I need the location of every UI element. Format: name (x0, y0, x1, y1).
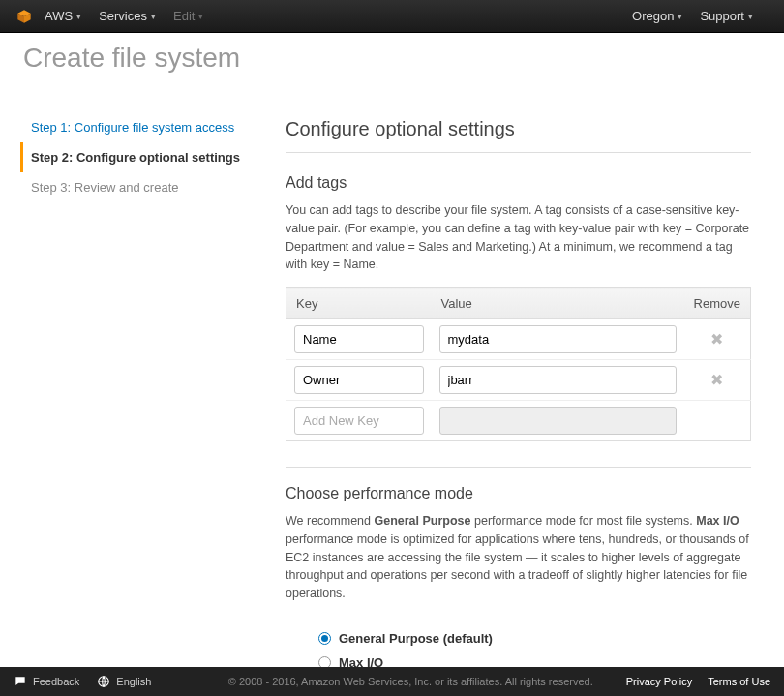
chevron-down-icon: ▾ (748, 12, 753, 21)
section-divider (286, 467, 751, 468)
nav-support[interactable]: Support▾ (700, 9, 753, 23)
tag-key-input[interactable] (294, 366, 424, 394)
perf-heading: Choose performance mode (286, 485, 751, 502)
remove-tag-icon[interactable]: ✖ (710, 371, 723, 389)
step-3: Step 3: Review and create (23, 172, 246, 202)
tags-col-value: Value (432, 288, 684, 319)
nav-region[interactable]: Oregon▾ (632, 9, 682, 23)
tags-description: You can add tags to describe your file s… (286, 201, 751, 274)
perf-option-general[interactable]: General Purpose (default) (318, 626, 751, 651)
perf-description: We recommend General Purpose performance… (286, 512, 751, 603)
radio-icon (318, 632, 331, 645)
tag-value-input[interactable] (439, 325, 677, 353)
top-nav: AWS▾ Services▾ Edit▾ Oregon▾ Support▾ (0, 0, 784, 33)
remove-tag-icon[interactable]: ✖ (710, 330, 723, 348)
chevron-down-icon: ▾ (76, 12, 81, 21)
speech-bubble-icon (14, 675, 27, 688)
copyright-text: © 2008 - 2016, Amazon Web Services, Inc.… (228, 676, 593, 687)
tags-heading: Add tags (286, 174, 751, 192)
table-row: ✖ (286, 360, 751, 401)
chevron-down-icon: ▾ (198, 12, 203, 21)
terms-link[interactable]: Terms of Use (708, 676, 770, 687)
tag-new-key-input[interactable] (294, 407, 424, 435)
main-heading: Configure optional settings (286, 112, 751, 153)
step-1[interactable]: Step 1: Configure file system access (23, 112, 246, 142)
tags-table: Key Value Remove ✖ ✖ (286, 287, 751, 441)
tag-value-input[interactable] (439, 366, 677, 394)
tag-key-input[interactable] (294, 325, 424, 353)
step-2[interactable]: Step 2: Configure optional settings (20, 142, 246, 172)
tags-col-remove: Remove (684, 288, 751, 319)
nav-edit[interactable]: Edit▾ (173, 9, 203, 23)
tag-new-value-input (439, 407, 677, 435)
main-panel: Configure optional settings Add tags You… (256, 112, 761, 696)
chevron-down-icon: ▾ (678, 12, 682, 21)
page-title: Create file system (23, 43, 784, 74)
table-row: ✖ (286, 319, 751, 360)
radio-label: General Purpose (default) (339, 631, 493, 646)
table-row (286, 401, 751, 441)
language-selector[interactable]: English (97, 675, 151, 688)
wizard-steps-sidebar: Step 1: Configure file system access Ste… (23, 112, 256, 696)
feedback-link[interactable]: Feedback (14, 675, 79, 688)
globe-icon (97, 675, 110, 688)
chevron-down-icon: ▾ (151, 12, 156, 21)
footer-bar: Feedback English © 2008 - 2016, Amazon W… (0, 667, 784, 696)
privacy-link[interactable]: Privacy Policy (626, 676, 692, 687)
tags-col-key: Key (286, 288, 432, 319)
nav-brand[interactable]: AWS▾ (45, 9, 81, 23)
aws-logo-icon (14, 6, 35, 27)
nav-services[interactable]: Services▾ (99, 9, 156, 23)
